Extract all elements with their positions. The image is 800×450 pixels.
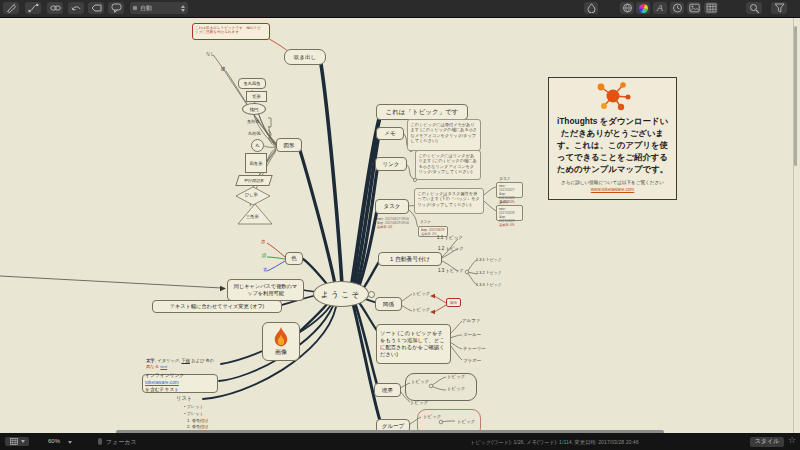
toketaware-link[interactable]: www.toketaware.com [591,187,634,192]
topic-shape-ellipse[interactable]: 楕円 [242,103,266,115]
topic-image[interactable]: 画像 [262,322,300,361]
font-icon: A [657,3,663,13]
status-bar: 60% フォーカス トピック(ワード): 1/26, メモ(ワード): 1/11… [0,433,800,450]
draw-button[interactable] [3,2,19,14]
topic-task[interactable]: タスク [375,199,409,214]
topic-list[interactable]: リスト [176,395,192,402]
callout-annotation-line2: ックに注釈を付けられます [195,30,267,35]
topic-shape-parallelogram[interactable]: 平行四辺形 [235,175,273,186]
focus-label[interactable]: フォーカス [106,438,137,447]
filter-button[interactable] [771,2,787,14]
topic-shape-circle[interactable]: 丸 [251,139,264,152]
relation-label[interactable]: 関係 [446,298,461,307]
topic-shape-triangle[interactable]: 三角形 [246,214,259,219]
topic-task-child-2[interactable]: タスク [499,199,511,204]
topic-1-3-1[interactable]: 1.3.1 トピック [476,257,502,262]
topic-1-3[interactable]: 1.3 トピック [438,268,464,273]
grid-button[interactable] [704,2,718,14]
format-button[interactable] [584,2,598,14]
topic-center-welcome[interactable]: ようこそ [313,281,369,307]
callout-annotation[interactable]: これは吹き出しトピックです。他のトピ ックに注釈を付けられます [192,23,270,40]
task-child-1-attributes[interactable]: 開始: 2017/03/27 期限: 2017/03/28 達成率: 0% [496,182,523,198]
topic-group-child[interactable]: トピック [457,419,475,424]
topic-boundary-sibling[interactable]: トピック [410,400,428,405]
task-child-2-attributes[interactable]: 開始: 2017/03/28 期限: 2017/03/29 達成率: 0% [496,205,523,221]
topic-sort-charlie[interactable]: チャーリー [463,346,486,351]
topic-boundary-child-1[interactable]: トピック [447,374,465,379]
topic-boundary[interactable]: 境界 [374,383,401,397]
memo-note[interactable]: このトピックには添付メモがあります (このトピックの端にある小さなメモアイコンを… [407,119,481,151]
topic-memo[interactable]: メモ [376,127,404,140]
undo-button[interactable] [68,2,84,14]
style-button[interactable]: スタイル [750,437,784,447]
link-note[interactable]: このトピックにはリンクがあります (このトピックの端にある小さなリンクアイコンを… [415,150,481,180]
view-mode-button[interactable] [5,437,29,446]
topic-task-child-1[interactable]: タスク [499,176,511,181]
topic-multimap[interactable]: 同じキャンバスで複数のマ ップを利用可能 [227,279,304,301]
list-bullet-2: • ブレット [184,411,204,416]
favorite-star-icon[interactable]: ☆ [788,435,796,445]
relationship-button[interactable] [25,2,41,14]
paint-drop-icon [587,3,596,13]
topic-link[interactable]: リンク [375,157,407,171]
layout-auto-dropdown[interactable]: 自動 [130,2,188,14]
topic-sort-alpha[interactable]: アルファ [462,318,480,323]
photo-button[interactable] [687,2,701,14]
topic-1-2[interactable]: 1.2 トピック [438,246,464,251]
vertical-scrollbar[interactable] [794,26,797,166]
topic-auto-numbering[interactable]: 1 自動番号付け [378,252,442,266]
topic-richtext[interactable]: 太字, イタリック, 下線 および 色の 異なる text [146,358,224,371]
topic-1-3-2[interactable]: 1.3.2 トピック [476,270,502,275]
inline-link[interactable]: toketaware.com [145,380,179,385]
topic-shape-diamond[interactable]: ひし形 [245,192,258,197]
topic-relation-child-1[interactable]: トピック [412,291,430,296]
ithoughts-logo-icon [593,81,633,111]
topic-color-blue[interactable]: 青 [263,267,268,272]
topic-1-3-3[interactable]: 1.3.3 トピック [476,282,502,287]
topic-shapes[interactable]: 図形 [276,138,302,152]
topic-color-green[interactable]: 緑 [262,253,267,258]
delete-back-icon [91,3,102,13]
topic-shape-square[interactable]: 四角形 [245,153,267,173]
font-button[interactable]: A [653,2,667,14]
topic-sort-bravo[interactable]: ブラボー [463,358,481,363]
globe-button[interactable] [620,2,634,14]
topic-boundary-inner[interactable]: トピック [411,379,429,384]
list-bullet-1: • ブレット [184,404,204,409]
color-wheel-icon [639,4,648,13]
focus-toggle[interactable] [98,438,102,445]
topic-boundary-child-2[interactable]: トピック [447,386,465,391]
topic-shape-rect[interactable]: 矩形 [246,91,267,102]
color-wheel-button[interactable] [636,2,650,14]
topic-sort[interactable]: ソート (このトピックを子をもう１つ追加して、どこに配置されるかをご確認ください… [376,324,451,364]
task-note[interactable]: このトピックはタスク属性を持っています (下の「バッジ」をクリック/タップしてく… [414,188,484,214]
link-button[interactable] [47,2,63,14]
topic-shape-rounded[interactable]: 角丸四角 [238,78,266,89]
boundary-outline[interactable] [405,373,477,401]
topic-shape-rbracket[interactable]: 丸括弧 [248,131,261,136]
center-link-badge[interactable] [368,291,375,298]
topic-1-1[interactable]: 1.1 トピック [437,235,463,240]
topic-this-is-a-topic[interactable]: これは「トピック」です [376,104,468,120]
topic-sort-zulu[interactable]: ズールー [463,332,481,337]
topic-task-child-3[interactable]: タスク [420,220,431,224]
topic-group-inner[interactable]: トピック [423,414,441,419]
topic-inline-link[interactable]: インラインリンク toketaware.com を含むテキスト [142,374,218,393]
zoom-level[interactable]: 60% [48,438,60,444]
zoom-chevron-icon[interactable] [68,441,72,444]
search-button[interactable] [746,2,762,14]
delete-button[interactable] [88,2,104,14]
topic-relation[interactable]: 関係 [375,297,402,311]
clock-button[interactable] [670,2,684,14]
topic-relation-child-2[interactable]: トピック [412,307,430,312]
topic-shape-line[interactable]: 線 [221,66,226,71]
topic-shape-sqbracket[interactable]: 角括弧 [247,119,260,124]
callout-button[interactable] [108,2,124,14]
topic-callout[interactable]: 吹き出し [284,49,326,65]
topic-color-red[interactable]: 赤 [261,239,266,244]
topic-autosize[interactable]: テキスト幅に合わせてサイズ変更 (オフ) [152,300,282,313]
topic-shape-none[interactable]: なし [206,51,215,56]
info-topic[interactable]: iThoughts をダウンロードいただきありがとうございます。これは、このアプ… [548,77,677,200]
topic-color[interactable]: 色 [285,252,303,265]
undo-icon [71,3,82,13]
